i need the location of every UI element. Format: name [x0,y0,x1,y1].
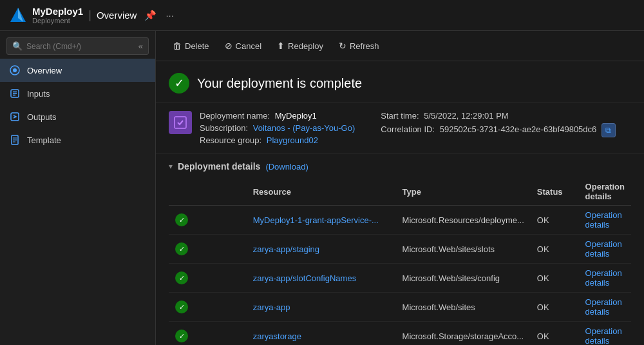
correlation-value: 592502c5-3731-432e-ae2e-63bf49805dc6 [440,124,597,134]
cancel-icon: ⊘ [225,41,232,51]
info-left-panel: Deployment name: MyDeploy1 Subscription:… [169,111,355,145]
row-success-icon: ✓ [175,330,188,342]
overview-icon [9,64,21,76]
subscription-label: Subscription: [200,123,248,133]
search-input[interactable] [26,42,135,51]
delete-icon: 🗑 [173,41,182,51]
table-row: ✓ zarya-app/slotConfigNames Microsoft.We… [169,264,631,293]
template-icon [9,134,21,146]
resource-link[interactable]: zarya-app/staging [253,244,319,254]
delete-button[interactable]: 🗑 Delete [166,37,216,54]
resource-link[interactable]: zarya-app/slotConfigNames [253,273,356,283]
row-check-cell: ✓ [169,322,247,346]
col-header-resource [169,178,247,206]
row-resource-cell: zarya-app/staging [247,235,396,264]
row-type-cell: Microsoft.Web/sites/slots [396,235,531,264]
row-status-cell: OK [531,264,579,293]
row-ops-cell: Operation details [579,322,631,346]
details-section: ▾ Deployment details (Download) Resource… [156,153,644,345]
sidebar-item-label-outputs: Outputs [27,112,57,122]
details-title: Deployment details [178,161,260,172]
row-status-cell: OK [531,206,579,235]
info-right-panel: Start time: 5/5/2022, 12:29:01 PM Correl… [381,111,616,145]
sidebar-item-template[interactable]: Template [0,128,155,152]
resource-link[interactable]: zarya-app [253,302,290,312]
details-header: ▾ Deployment details (Download) [169,161,631,172]
rg-link[interactable]: Playground02 [267,135,318,145]
sidebar-item-label-inputs: Inputs [27,89,50,99]
starttime-value: 5/5/2022, 12:29:01 PM [424,111,509,121]
details-collapse-icon[interactable]: ▾ [169,162,173,171]
azure-logo-icon [9,6,27,25]
pin-icon[interactable]: 📌 [144,10,156,21]
svg-rect-13 [175,117,186,128]
operation-details-link[interactable]: Operation details [585,239,622,259]
col-header-type: Type [396,178,531,206]
row-check-cell: ✓ [169,206,247,235]
resource-table: Resource Type Status Operation details ✓… [169,178,631,345]
info-rg-row: Resource group: Playground02 [200,135,355,145]
info-fields: Deployment name: MyDeploy1 Subscription:… [200,111,355,145]
sidebar-item-overview[interactable]: Overview [0,59,155,82]
download-link[interactable]: (Download) [265,162,308,172]
row-type-cell: Microsoft.Storage/storageAcco... [396,322,531,346]
col-header-resource-label: Resource [247,178,396,206]
resource-link[interactable]: MyDeploy1-1-grant-appService-... [253,215,379,225]
app-logo: MyDeploy1 Deployment [9,6,83,25]
svg-point-3 [13,68,17,72]
toolbar: 🗑 Delete ⊘ Cancel ⬆ Redeploy ↻ Refresh [156,31,644,61]
row-ops-cell: Operation details [579,235,631,264]
operation-details-link[interactable]: Operation details [585,326,622,345]
copy-correlation-button[interactable]: ⧉ [601,123,616,137]
row-success-icon: ✓ [175,271,188,284]
row-ops-cell: Operation details [579,264,631,293]
info-subscription-row: Subscription: Voitanos - (Pay-as-You-Go) [200,123,355,133]
refresh-button[interactable]: ↻ Refresh [332,37,386,54]
col-header-ops: Operation details [579,178,631,206]
resource-link[interactable]: zaryastorage [253,331,301,341]
redeploy-label: Redeploy [288,41,323,51]
app-title: MyDeploy1 [32,6,83,17]
subscription-link[interactable]: Voitanos - (Pay-as-You-Go) [253,123,355,133]
sidebar-search-container: 🔍 « [6,37,149,55]
rg-label: Resource group: [200,135,261,145]
operation-details-link[interactable]: Operation details [585,297,622,317]
info-correlation-row: Correlation ID: 592502c5-3731-432e-ae2e-… [381,123,616,137]
operation-details-link[interactable]: Operation details [585,210,622,230]
row-type-cell: Microsoft.Resources/deployme... [396,206,531,235]
sidebar-nav: Overview Inputs Outputs Template [0,59,155,345]
name-value: MyDeploy1 [275,111,317,121]
redeploy-icon: ⬆ [277,41,285,51]
row-success-icon: ✓ [175,242,188,255]
row-success-icon: ✓ [175,301,188,313]
col-header-status: Status [531,178,579,206]
content-area: 🗑 Delete ⊘ Cancel ⬆ Redeploy ↻ Refresh ✓… [156,31,644,345]
outputs-icon [9,111,21,123]
banner-title: Your deployment is complete [197,76,362,91]
redeploy-button[interactable]: ⬆ Redeploy [270,37,330,54]
cancel-button[interactable]: ⊘ Cancel [218,37,268,54]
row-resource-cell: zarya-app/slotConfigNames [247,264,396,293]
sidebar-item-inputs[interactable]: Inputs [0,82,155,105]
row-ops-cell: Operation details [579,293,631,322]
name-label: Deployment name: [200,111,270,121]
row-type-cell: Microsoft.Web/sites [396,293,531,322]
more-icon[interactable]: ··· [166,10,174,21]
row-status-cell: OK [531,235,579,264]
row-success-icon: ✓ [175,213,188,226]
info-name-row: Deployment name: MyDeploy1 [200,111,355,121]
sidebar-item-outputs[interactable]: Outputs [0,105,155,128]
refresh-icon: ↻ [339,41,346,51]
table-header-row: Resource Type Status Operation details [169,178,631,206]
page-section-title: Overview [97,10,137,21]
row-check-cell: ✓ [169,264,247,293]
sidebar-collapse-icon[interactable]: « [138,41,143,51]
refresh-label: Refresh [350,41,379,51]
cancel-label: Cancel [236,41,261,51]
svg-rect-8 [11,113,19,121]
sidebar: 🔍 « Overview Inputs Outputs [0,31,156,345]
operation-details-link[interactable]: Operation details [585,268,622,288]
row-check-cell: ✓ [169,235,247,264]
starttime-label: Start time: [381,111,419,121]
top-bar-actions: 📌 ··· [144,10,174,21]
